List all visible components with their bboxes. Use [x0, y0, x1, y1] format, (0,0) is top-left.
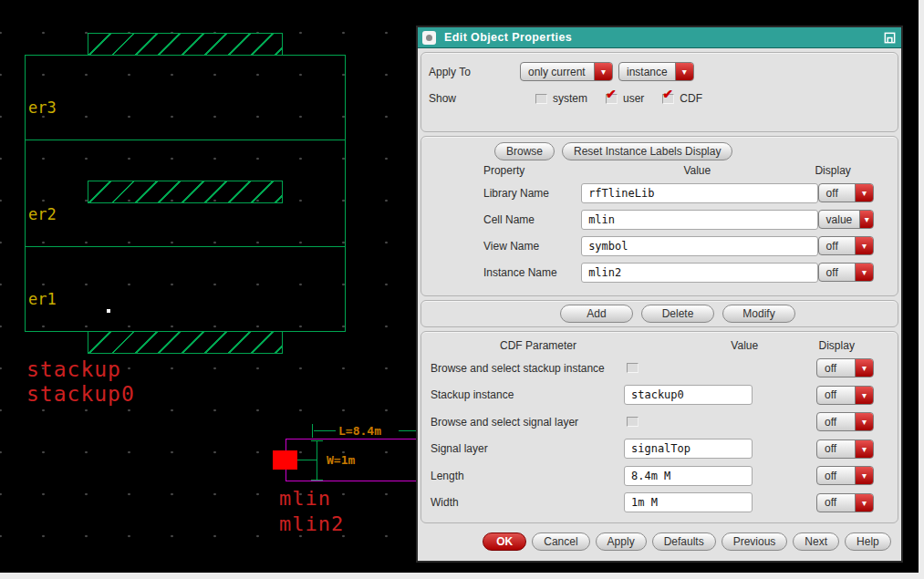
cell-name-field[interactable]: mlin — [581, 210, 817, 230]
table-row: Library Name rfTlineLib off ▾ — [429, 180, 890, 206]
check-icon: ✔ — [662, 88, 673, 100]
stackup-instance-field[interactable]: stackup0 — [624, 385, 753, 405]
apply-to-label: Apply To — [429, 66, 520, 78]
library-name-label: Library Name — [483, 187, 581, 200]
length-dim-line-left — [314, 430, 336, 431]
table-row: Stackup instance stackup0 off ▾ — [429, 382, 890, 409]
window-menu-icon[interactable] — [422, 31, 436, 45]
library-name-field[interactable]: rfTlineLib — [581, 183, 817, 203]
cell-display-dropdown[interactable]: value ▾ — [818, 210, 874, 229]
view-display-dropdown[interactable]: off ▾ — [818, 236, 874, 255]
instance-name-field[interactable]: mlin2 — [581, 263, 817, 283]
help-button[interactable]: Help — [845, 532, 891, 551]
dialog-footer: OK Cancel Apply Defaults Previous Next H… — [420, 527, 898, 558]
stackup-conductor-mid[interactable] — [88, 181, 283, 203]
cdf-checkbox[interactable]: ✔ — [662, 94, 674, 104]
signal-layer-label: Signal layer — [431, 442, 624, 455]
cdf-checkbox-label: CDF — [680, 92, 702, 105]
ok-button[interactable]: OK — [483, 532, 526, 551]
next-button[interactable]: Next — [793, 532, 839, 551]
cursor-dot — [107, 309, 110, 313]
stackup-conductor-top[interactable] — [88, 33, 283, 56]
length-dim-line-right — [399, 430, 416, 431]
modify-button[interactable]: Modify — [722, 305, 795, 323]
view-name-label: View Name — [483, 240, 581, 253]
stackup-layer-er1[interactable] — [25, 246, 346, 332]
show-label: Show — [429, 92, 520, 105]
apply-button[interactable]: Apply — [596, 532, 647, 551]
mlin-cell-label: mlin — [279, 487, 331, 510]
instance-display-dropdown[interactable]: off ▾ — [818, 263, 874, 282]
window-edge-right — [919, 0, 924, 579]
instance-name-label: Instance Name — [483, 266, 581, 279]
stackup-instance-display-dropdown[interactable]: off ▾ — [816, 386, 874, 405]
stackup-conductor-bottom[interactable] — [88, 331, 283, 354]
table-row: Browse and select stackup instance off ▾ — [429, 355, 890, 382]
chevron-down-icon: ▾ — [855, 440, 873, 458]
delete-button[interactable]: Delete — [641, 305, 714, 323]
chevron-down-icon: ▾ — [855, 494, 873, 512]
previous-button[interactable]: Previous — [722, 532, 788, 551]
window-edge-bottom — [0, 573, 924, 579]
table-row: Browse and select signal layer off ▾ — [429, 408, 890, 436]
cdf-panel: CDF Parameter Value Display Browse and s… — [420, 331, 898, 523]
actions-panel: Add Delete Modify — [420, 300, 898, 327]
length-field[interactable]: 8.4m M — [624, 466, 753, 486]
layer-label-er2: er2 — [28, 205, 57, 223]
table-row: Length 8.4m M off ▾ — [429, 462, 890, 490]
value-header: Value — [579, 164, 815, 177]
table-row: Width 1m M off ▾ — [429, 490, 890, 517]
table-row: Signal layer signalTop off ▾ — [429, 436, 890, 463]
reset-instance-labels-button[interactable]: Reset Instance Labels Display — [562, 142, 732, 160]
signal-layer-field[interactable]: signalTop — [624, 439, 753, 459]
chevron-down-icon: ▾ — [855, 264, 873, 281]
browse-stackup-display-dropdown[interactable]: off ▾ — [816, 358, 874, 377]
cancel-button[interactable]: Cancel — [532, 532, 589, 551]
edit-object-properties-dialog: Edit Object Properties Apply To only cur… — [416, 26, 903, 563]
width-display-dropdown[interactable]: off ▾ — [816, 493, 874, 512]
table-row: Instance Name mlin2 off ▾ — [429, 259, 890, 285]
apply-scope-dropdown[interactable]: only current ▾ — [520, 62, 613, 81]
browse-stackup-checkbox[interactable] — [627, 363, 638, 373]
chevron-down-icon: ▾ — [859, 211, 873, 228]
dialog-title: Edit Object Properties — [444, 31, 883, 44]
cell-name-label: Cell Name — [483, 213, 581, 226]
signal-layer-display-dropdown[interactable]: off ▾ — [816, 439, 874, 459]
chevron-down-icon: ▾ — [855, 184, 873, 202]
stackup-layer-er3[interactable] — [25, 55, 346, 140]
width-label: Width — [431, 496, 624, 509]
property-panel: Browse Reset Instance Labels Display Pro… — [420, 136, 898, 296]
table-row: Cell Name mlin value ▾ — [429, 206, 890, 233]
apply-target-dropdown[interactable]: instance ▾ — [618, 62, 694, 81]
system-checkbox-label: system — [553, 92, 587, 105]
add-button[interactable]: Add — [560, 305, 633, 323]
cdf-value-header: Value — [670, 339, 818, 352]
dialog-titlebar[interactable]: Edit Object Properties — [418, 27, 901, 48]
virtuoso-screen: er3 er2 er1 stackup stackup0 L=8.4m W=1m… — [0, 0, 924, 579]
system-checkbox[interactable] — [535, 94, 547, 104]
view-name-field[interactable]: symbol — [581, 236, 817, 256]
length-display-dropdown[interactable]: off ▾ — [816, 466, 874, 485]
chevron-down-icon: ▾ — [855, 237, 873, 254]
chevron-down-icon: ▾ — [594, 63, 612, 80]
width-field[interactable]: 1m M — [624, 492, 753, 512]
width-dim-label: W=1m — [327, 453, 355, 467]
chevron-down-icon: ▾ — [855, 359, 873, 377]
maximize-icon[interactable] — [883, 31, 897, 45]
chevron-down-icon: ▾ — [855, 467, 873, 484]
chevron-down-icon: ▾ — [855, 387, 873, 404]
check-icon: ✔ — [606, 88, 617, 100]
apply-show-panel: Apply To only current ▾ instance ▾ Show … — [420, 52, 898, 132]
defaults-button[interactable]: Defaults — [652, 532, 716, 551]
width-dim-tick-bottom — [311, 480, 323, 481]
mlin-pin[interactable] — [273, 450, 297, 470]
width-dim-line — [317, 440, 317, 481]
browse-signal-display-dropdown[interactable]: off ▾ — [816, 412, 874, 431]
user-checkbox[interactable]: ✔ — [606, 94, 618, 104]
browse-button[interactable]: Browse — [494, 142, 555, 160]
mlin-instance-label: mlin2 — [279, 512, 344, 535]
chevron-down-icon: ▾ — [675, 63, 693, 80]
library-display-dropdown[interactable]: off ▾ — [818, 183, 874, 202]
browse-signal-layer-checkbox[interactable] — [627, 417, 638, 427]
cdf-parameter-header: CDF Parameter — [429, 339, 648, 352]
